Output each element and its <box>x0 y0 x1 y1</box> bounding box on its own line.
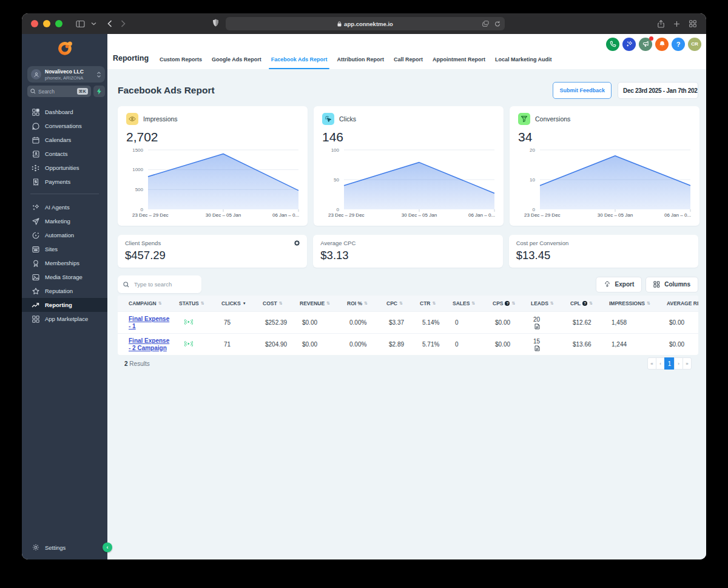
automation-icon <box>32 232 39 239</box>
sidebar-toggle-icon[interactable] <box>76 20 85 28</box>
sidebar-collapse-button[interactable]: ‹ <box>103 542 112 552</box>
tab-appointment-report[interactable]: Appointment Report <box>428 50 490 69</box>
close-window-button[interactable] <box>31 20 38 27</box>
sidebar-nav-primary: Dashboard Conversations Calendars Contac… <box>22 105 107 189</box>
user-avatar[interactable]: CR <box>688 38 701 51</box>
address-bar[interactable]: app.connektme.io <box>226 17 505 30</box>
column-header-average-rev[interactable]: AVERAGE REV⇅ <box>667 300 698 306</box>
phone-button[interactable] <box>606 38 619 51</box>
campaign-link[interactable]: Final Expense - 2 Campaign <box>129 337 171 352</box>
sidebar-item-label: Media Storage <box>45 274 83 280</box>
new-tab-icon[interactable] <box>673 21 680 27</box>
column-header-status[interactable]: STATUS⇅ <box>179 300 221 306</box>
ai-tools-button[interactable] <box>622 38 636 51</box>
first-page-button[interactable]: « <box>647 357 656 370</box>
column-header-clicks[interactable]: CLICKS▼ <box>221 300 263 306</box>
payments-icon <box>32 178 39 186</box>
lead-report-icon[interactable] <box>534 323 570 329</box>
sidebar-item-label: Conversations <box>45 123 82 129</box>
sidebar-item-settings[interactable]: Settings <box>22 541 107 554</box>
sidebar-item-automation[interactable]: Automation <box>22 228 107 242</box>
sidebar-item-memberships[interactable]: Memberships <box>22 256 107 270</box>
svg-text:30 Dec – 05 Jan: 30 Dec – 05 Jan <box>402 212 437 218</box>
submit-feedback-button[interactable]: Submit Feedback <box>553 82 612 99</box>
tab-local-marketing-audit[interactable]: Local Marketing Audit <box>490 50 557 69</box>
next-page-button[interactable]: › <box>674 357 683 370</box>
tab-google-ads-report[interactable]: Google Ads Report <box>207 50 266 69</box>
sidebar-search-input[interactable]: Search ⌘K <box>27 86 91 97</box>
column-header-leads[interactable]: LEADS⇅ <box>531 300 570 306</box>
tab-facebook-ads-report[interactable]: Facebook Ads Report <box>266 50 332 69</box>
lead-report-icon[interactable] <box>534 345 570 351</box>
chevron-down-icon[interactable] <box>91 22 96 25</box>
page-1-button[interactable]: 1 <box>664 357 675 370</box>
zoom-window-button[interactable] <box>55 20 62 27</box>
ai-assistant-button[interactable] <box>93 86 105 97</box>
sidebar-item-sites[interactable]: Sites <box>22 242 107 256</box>
column-header-cps[interactable]: CPS?⇅ <box>493 300 531 306</box>
forward-button[interactable] <box>121 20 126 27</box>
column-header-cpc[interactable]: CPC⇅ <box>386 300 420 306</box>
sidebar-item-app-marketplace[interactable]: App Marketplace <box>22 312 107 326</box>
notifications-button[interactable] <box>655 38 669 51</box>
export-button[interactable]: Export <box>596 277 642 292</box>
column-header-ctr[interactable]: CTR⇅ <box>420 300 453 306</box>
table-search-input[interactable]: Type to search <box>118 275 201 293</box>
reload-icon[interactable] <box>494 21 500 27</box>
table-footer: 2 Results « ‹ 1 › » <box>118 357 698 370</box>
sort-icon: ⇅ <box>550 301 554 306</box>
announcements-button[interactable] <box>639 38 652 51</box>
column-header-cost[interactable]: COST⇅ <box>263 300 300 306</box>
sidebar-item-label: Reporting <box>45 302 72 308</box>
sidebar-item-marketing[interactable]: Marketing <box>22 214 107 228</box>
svg-text:100: 100 <box>331 147 340 153</box>
calendar-icon <box>32 137 39 144</box>
bell-icon <box>659 41 666 47</box>
tab-call-report[interactable]: Call Report <box>389 50 428 69</box>
sort-icon: ⇅ <box>201 301 204 306</box>
column-header-roi[interactable]: ROI %⇅ <box>347 300 386 306</box>
page-content: Facebook Ads Report Submit Feedback Dec … <box>107 69 706 559</box>
sidebar-item-media-storage[interactable]: Media Storage <box>22 270 107 284</box>
columns-button[interactable]: Columns <box>645 277 698 292</box>
column-header-impressions[interactable]: IMPRESSIONS⇅ <box>609 300 667 306</box>
sidebar-item-dashboard[interactable]: Dashboard <box>22 105 107 119</box>
account-switcher[interactable]: Novaliveco LLC phoneix, ARIZONA <box>27 66 105 83</box>
metric-label: Average CPC <box>320 240 495 246</box>
campaign-link[interactable]: Final Expense - 1 <box>129 316 171 330</box>
sidebar-item-opportunities[interactable]: Opportunities <box>22 161 107 175</box>
privacy-shield-icon[interactable] <box>212 19 219 27</box>
pagination: « ‹ 1 › » <box>647 357 692 370</box>
back-button[interactable] <box>107 20 112 27</box>
column-header-revenue[interactable]: REVENUE⇅ <box>300 300 347 306</box>
sidebar-item-contacts[interactable]: Contacts <box>22 147 107 161</box>
spend-settings-gear-icon[interactable] <box>294 240 300 246</box>
star-icon <box>32 288 39 295</box>
account-chevron-icon <box>96 71 101 78</box>
sidebar-item-label: Settings <box>45 544 66 551</box>
sidebar-item-payments[interactable]: Payments <box>22 175 107 189</box>
page-copy-icon[interactable] <box>482 21 489 27</box>
date-range-picker[interactable]: Dec 23rd 2025 - Jan 7th 202 <box>618 82 698 99</box>
column-header-sales[interactable]: SALES⇅ <box>453 300 493 306</box>
help-button[interactable]: ? <box>672 38 685 51</box>
sidebar-item-calendars[interactable]: Calendars <box>22 133 107 147</box>
minimize-window-button[interactable] <box>43 20 50 27</box>
sidebar-item-reputation[interactable]: Reputation <box>22 284 107 298</box>
column-header-cpl[interactable]: CPL?⇅ <box>570 300 609 306</box>
tab-attribution-report[interactable]: Attribution Report <box>332 50 388 69</box>
column-header-campaign[interactable]: CAMPAIGN⇅ <box>118 300 179 306</box>
svg-text:06 Jan – 0...: 06 Jan – 0... <box>664 212 691 218</box>
table-search-placeholder: Type to search <box>134 281 172 288</box>
sidebar-item-ai-agents[interactable]: AI Agents <box>22 200 107 214</box>
tab-overview-icon[interactable] <box>689 20 696 27</box>
eye-icon <box>126 113 138 125</box>
sidebar-item-reporting[interactable]: Reporting <box>22 298 107 312</box>
prev-page-button[interactable]: ‹ <box>656 357 665 370</box>
sort-icon: ⇅ <box>279 301 283 306</box>
tab-custom-reports[interactable]: Custom Reports <box>155 50 207 69</box>
last-page-button[interactable]: » <box>682 357 692 370</box>
share-icon[interactable] <box>658 20 664 28</box>
svg-text:06 Jan – 0...: 06 Jan – 0... <box>272 212 299 218</box>
sidebar-item-conversations[interactable]: Conversations <box>22 119 107 133</box>
